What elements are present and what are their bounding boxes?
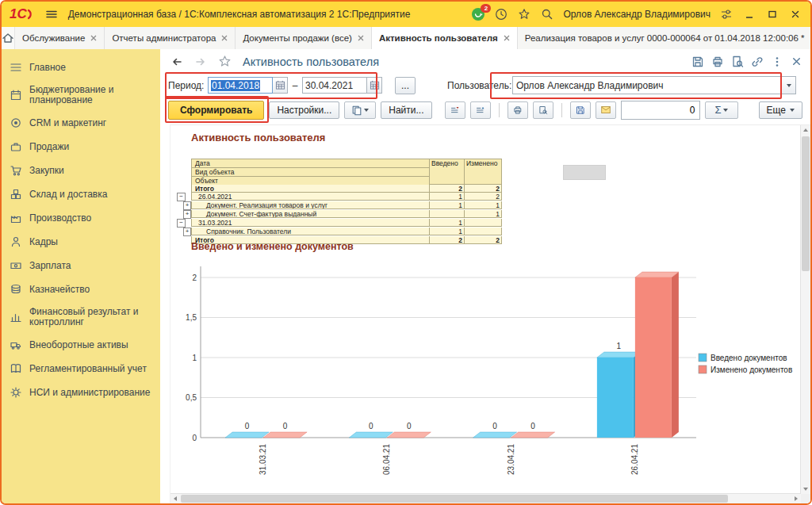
report-cell-changed: 1 bbox=[464, 210, 502, 218]
user-combobox[interactable]: Орлов Александр Владимирович bbox=[512, 76, 796, 94]
print-button[interactable] bbox=[508, 101, 528, 119]
svg-text:0: 0 bbox=[245, 422, 250, 430]
kebab-menu-icon[interactable] bbox=[771, 55, 783, 68]
collapse-group-icon[interactable]: − bbox=[177, 219, 186, 228]
settings-button[interactable]: Настройки... bbox=[269, 101, 339, 119]
1c-logo-icon: 1С bbox=[10, 6, 35, 22]
current-user[interactable]: Орлов Александр Владимирович bbox=[563, 9, 710, 20]
tab-close-icon[interactable] bbox=[90, 35, 97, 41]
bar-chart: 00,511,520031.03.210006.04.210023.04.211… bbox=[172, 244, 799, 478]
expand-group-icon[interactable]: + bbox=[183, 201, 191, 210]
copy-split-button[interactable] bbox=[344, 101, 376, 119]
period-options-button[interactable]: ... bbox=[395, 77, 416, 94]
find-button[interactable]: Найти... bbox=[381, 101, 431, 119]
collapse-group-icon[interactable]: − bbox=[177, 193, 186, 201]
generate-button[interactable]: Сформировать bbox=[168, 101, 264, 120]
maximize-button[interactable] bbox=[765, 7, 779, 21]
tab-close-icon[interactable] bbox=[358, 35, 364, 41]
report-cell-object: Справочник. Пользователи bbox=[191, 228, 429, 235]
svg-text:0: 0 bbox=[492, 422, 497, 430]
sum-split-button[interactable]: Σ bbox=[705, 101, 738, 119]
minimize-button[interactable] bbox=[742, 7, 756, 21]
group-tree-cell: − bbox=[177, 193, 191, 201]
tab-close-icon[interactable] bbox=[504, 35, 510, 41]
header-object-kind: Вид объекта bbox=[192, 168, 429, 177]
period-label: Период: bbox=[168, 80, 205, 91]
scroll-right-icon[interactable] bbox=[795, 496, 798, 501]
period-to-input[interactable]: 30.04.2021 bbox=[302, 77, 367, 94]
scroll-down-icon[interactable] bbox=[803, 488, 808, 491]
back-button[interactable] bbox=[168, 54, 186, 70]
horizontal-scroll-thumb[interactable] bbox=[181, 495, 728, 503]
tab-dokumenty-prodazhi[interactable]: Документы продажи (все) bbox=[236, 27, 371, 49]
send-mail-button[interactable] bbox=[596, 101, 616, 119]
forward-button[interactable] bbox=[192, 54, 209, 70]
service-settings-button[interactable] bbox=[719, 7, 733, 21]
link-icon[interactable] bbox=[751, 55, 764, 68]
sidebar-item-treasury[interactable]: Казначейство bbox=[2, 277, 160, 301]
main-menu-button[interactable] bbox=[43, 6, 60, 23]
sidebar-item-warehouse[interactable]: Склад и доставка bbox=[2, 182, 160, 206]
sidebar-item-main[interactable]: Главное bbox=[2, 55, 160, 79]
sidebar-item-nsi[interactable]: НСИ и администрирование bbox=[2, 381, 160, 404]
period-from-calendar-button[interactable] bbox=[273, 77, 288, 94]
tab-realizatsiya-tovarov[interactable]: Реализация товаров и услуг 0000-000064 о… bbox=[518, 27, 810, 49]
save-report-button[interactable] bbox=[570, 101, 591, 119]
sidebar-item-budgeting[interactable]: Бюджетирование и планирование bbox=[2, 79, 160, 111]
sidebar-item-purchases[interactable]: Закупки bbox=[2, 159, 160, 182]
discussions-button[interactable]: 2 bbox=[471, 7, 485, 21]
sidebar-item-sales[interactable]: Продажи bbox=[2, 135, 160, 159]
print-preview-button[interactable] bbox=[533, 101, 553, 119]
expand-group-icon[interactable]: + bbox=[183, 210, 191, 219]
chevron-down-icon[interactable] bbox=[781, 77, 795, 94]
calendar-icon bbox=[10, 89, 22, 101]
tab-close-icon[interactable] bbox=[221, 35, 228, 41]
period-from-input[interactable]: 01.04.2018 bbox=[208, 77, 273, 94]
collapse-groups-button[interactable] bbox=[445, 101, 465, 119]
scroll-left-icon[interactable] bbox=[174, 496, 177, 501]
expand-groups-button[interactable] bbox=[470, 101, 491, 119]
report-cell-changed: 2 bbox=[464, 193, 502, 201]
sidebar-item-label: Казначейство bbox=[29, 285, 90, 295]
report-toolbar: Сформировать Настройки... Найти... bbox=[160, 97, 810, 123]
close-window-button[interactable] bbox=[788, 7, 802, 21]
star-outline-icon bbox=[218, 55, 232, 68]
sidebar-item-regulated[interactable]: Регламентированный учет bbox=[2, 357, 160, 381]
calendar-icon bbox=[370, 80, 380, 90]
vertical-scroll-thumb[interactable] bbox=[802, 136, 810, 271]
find-in-document-icon[interactable] bbox=[731, 55, 744, 68]
sidebar-item-hr[interactable]: Кадры bbox=[2, 230, 160, 254]
history-button[interactable] bbox=[494, 7, 508, 21]
period-to-calendar-button[interactable] bbox=[367, 77, 382, 94]
header-entered: Введено bbox=[429, 159, 464, 185]
tab-aktivnost-polzovatelya[interactable]: Активность пользователя bbox=[372, 27, 518, 49]
expand-group-icon[interactable]: + bbox=[183, 228, 191, 236]
horizontal-scrollbar[interactable] bbox=[170, 493, 801, 503]
more-button[interactable]: Еще bbox=[759, 101, 802, 119]
sidebar-item-assets[interactable]: Внеоборотные активы bbox=[2, 333, 160, 357]
print-icon[interactable] bbox=[711, 55, 724, 68]
boxes-icon bbox=[10, 188, 22, 201]
tab-obsluzhivanie[interactable]: Обслуживание bbox=[15, 27, 105, 49]
home-icon bbox=[2, 32, 14, 44]
home-tab-button[interactable] bbox=[2, 27, 15, 49]
tab-otchety-administratora[interactable]: Отчеты администратора bbox=[105, 27, 236, 49]
add-favorite-button[interactable] bbox=[216, 54, 233, 70]
user-label: Пользователь: bbox=[447, 80, 509, 91]
close-form-icon[interactable] bbox=[791, 55, 802, 67]
sidebar-item-finresult[interactable]: Финансовый результат и контроллинг bbox=[2, 301, 160, 333]
favorites-button[interactable] bbox=[517, 7, 531, 21]
sum-field[interactable] bbox=[621, 101, 700, 120]
scroll-up-icon[interactable] bbox=[803, 128, 808, 132]
report-table-row: Итого22 bbox=[177, 185, 502, 193]
header-object: Объект bbox=[192, 177, 429, 185]
search-icon bbox=[541, 8, 553, 21]
svg-text:0: 0 bbox=[530, 422, 535, 430]
global-search-button[interactable] bbox=[540, 7, 554, 21]
sidebar-item-crm[interactable]: CRM и маркетинг bbox=[2, 111, 160, 135]
sidebar-item-payroll[interactable]: Зарплата bbox=[2, 254, 160, 277]
save-icon[interactable] bbox=[691, 55, 704, 68]
vertical-scrollbar[interactable] bbox=[800, 125, 810, 494]
sidebar-item-production[interactable]: Производство bbox=[2, 206, 160, 230]
report-cell-object: 31.03.2021 bbox=[191, 219, 429, 227]
